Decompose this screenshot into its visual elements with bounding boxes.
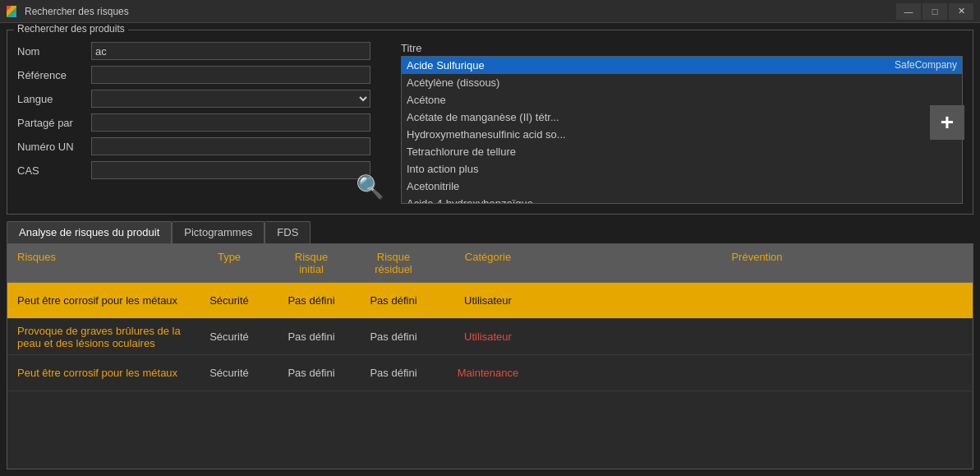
- cas-row: CAS: [17, 161, 370, 179]
- dropdown-item[interactable]: Acétone: [402, 91, 962, 109]
- td-risque-residuel: Pas défini: [352, 289, 435, 312]
- langue-label: Langue: [17, 93, 91, 105]
- td-type: Sécurité: [188, 362, 270, 384]
- langue-select[interactable]: [91, 90, 370, 108]
- dropdown-item[interactable]: Acide 4-hydroxybenzoïque: [402, 195, 962, 204]
- th-prevention: Prévention: [541, 251, 973, 275]
- td-risques: Peut être corrosif pour les métaux: [7, 289, 188, 312]
- td-categorie: Maintenance: [435, 362, 541, 384]
- minimize-button[interactable]: —: [896, 3, 921, 20]
- search-icon[interactable]: 🔍: [356, 173, 384, 201]
- maximize-button[interactable]: □: [922, 3, 947, 20]
- close-button[interactable]: ✕: [949, 3, 973, 20]
- search-panel: Rechercher des produits Nom Référence La…: [7, 30, 973, 215]
- table-container: Risques Type Risque initial Risque résid…: [7, 243, 973, 469]
- td-risques: Provoque de graves brûlures de la peau e…: [7, 320, 188, 354]
- cas-label: CAS: [17, 164, 91, 177]
- td-risque-residuel: Pas défini: [352, 326, 435, 348]
- td-categorie: Utilisateur: [435, 326, 541, 348]
- tab-analyse[interactable]: Analyse de risques du produit: [7, 221, 172, 243]
- dropdown-item[interactable]: Acide SulfuriqueSafeCompany: [402, 57, 962, 74]
- th-risques: Risques: [7, 251, 188, 275]
- langue-row: Langue: [17, 90, 370, 108]
- partage-label: Partagé par: [17, 117, 91, 129]
- th-categorie: Catégorie: [435, 251, 541, 275]
- dropdown-item[interactable]: Tetrachlorure de tellure: [402, 143, 962, 160]
- dropdown-item[interactable]: Into action plus: [402, 160, 962, 178]
- partage-input[interactable]: [91, 113, 370, 132]
- dropdown-item[interactable]: Acétylène (dissous): [402, 74, 962, 91]
- tab-fds[interactable]: FDS: [265, 221, 311, 243]
- reference-row: Référence: [17, 66, 370, 84]
- table-row[interactable]: Peut être corrosif pour les métauxSécuri…: [7, 355, 973, 391]
- td-prevention: [541, 332, 973, 342]
- dropdown-label: Titre: [401, 42, 963, 54]
- td-prevention: [541, 296, 973, 306]
- tab-pictogrammes[interactable]: Pictogrammes: [172, 221, 265, 243]
- numero-un-row: Numéro UN: [17, 137, 370, 155]
- numero-un-label: Numéro UN: [17, 141, 91, 153]
- th-type: Type: [188, 251, 270, 275]
- th-risque-residuel: Risque résiduel: [352, 251, 435, 275]
- td-risque-initial: Pas défini: [270, 289, 352, 312]
- left-form: Nom Référence Langue Partagé par: [17, 42, 370, 204]
- td-risques: Peut être corrosif pour les métaux: [7, 362, 188, 384]
- table-row[interactable]: Peut être corrosif pour les métauxSécuri…: [7, 283, 973, 319]
- dropdown-item[interactable]: Acetonitrile: [402, 178, 962, 195]
- search-panel-legend: Rechercher des produits: [14, 23, 128, 35]
- window-controls: — □ ✕: [896, 3, 973, 20]
- td-risque-initial: Pas défini: [270, 326, 352, 348]
- td-risque-residuel: Pas défini: [352, 362, 435, 384]
- nom-input[interactable]: [91, 42, 370, 60]
- window-title: Rechercher des risques: [25, 6, 896, 17]
- reference-label: Référence: [17, 69, 91, 81]
- td-categorie: Utilisateur: [435, 289, 541, 312]
- nom-label: Nom: [17, 45, 91, 58]
- td-type: Sécurité: [188, 289, 270, 312]
- partage-row: Partagé par: [17, 113, 370, 132]
- right-dropdown: Titre Acide SulfuriqueSafeCompanyAcétylè…: [401, 42, 963, 204]
- title-bar: Rechercher des risques — □ ✕: [0, 0, 980, 23]
- tabs-row: Analyse de risques du produitPictogramme…: [7, 221, 973, 243]
- dropdown-item[interactable]: Acétate de manganèse (II) tétr...: [402, 109, 962, 126]
- app-icon: [7, 5, 20, 18]
- table-header: Risques Type Risque initial Risque résid…: [7, 244, 973, 283]
- td-risque-initial: Pas défini: [270, 362, 352, 384]
- dropdown-item[interactable]: Hydroxymethanesulfinic acid so...: [402, 126, 962, 143]
- dropdown-list[interactable]: Acide SulfuriqueSafeCompanyAcétylène (di…: [401, 56, 963, 204]
- add-button[interactable]: +: [930, 105, 964, 140]
- th-risque-initial: Risque initial: [270, 251, 352, 275]
- numero-un-input[interactable]: [91, 137, 370, 155]
- reference-input[interactable]: [91, 66, 370, 84]
- td-prevention: [541, 368, 973, 378]
- td-type: Sécurité: [188, 326, 270, 348]
- table-body: Peut être corrosif pour les métauxSécuri…: [7, 283, 973, 469]
- cas-input[interactable]: [91, 161, 370, 179]
- nom-row: Nom: [17, 42, 370, 60]
- table-row[interactable]: Provoque de graves brûlures de la peau e…: [7, 319, 973, 355]
- main-content: Rechercher des produits Nom Référence La…: [0, 23, 980, 476]
- search-body: Nom Référence Langue Partagé par: [17, 42, 963, 204]
